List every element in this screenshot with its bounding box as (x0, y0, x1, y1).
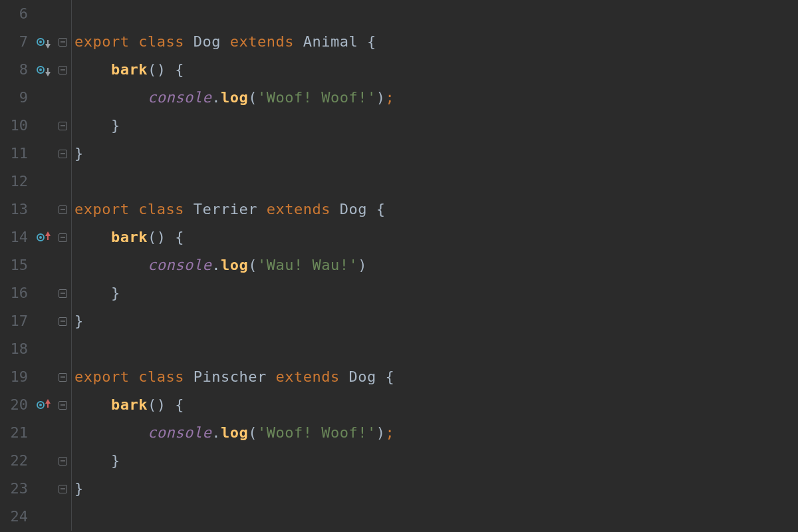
code-editor[interactable]: 67export class Dog extends Animal {8 bar… (0, 0, 798, 532)
line-number[interactable]: 10 (0, 112, 32, 140)
line-number[interactable]: 8 (0, 56, 32, 84)
fold-toggle-icon[interactable] (59, 233, 67, 242)
gutter-icon-slot (32, 196, 55, 223)
token-plain (74, 447, 111, 475)
fold-toggle-icon[interactable] (59, 373, 67, 382)
code-content[interactable]: } (72, 307, 84, 335)
code-line[interactable]: 10 } (0, 112, 798, 140)
fold-gutter[interactable] (55, 307, 72, 335)
code-content[interactable]: bark() { (72, 223, 184, 251)
code-content[interactable]: export class Dog extends Animal { (72, 28, 376, 56)
token-punct: ( (248, 419, 257, 447)
line-number[interactable]: 16 (0, 279, 32, 307)
code-line[interactable]: 14 bark() { (0, 223, 798, 251)
token-obj: console (148, 419, 211, 447)
code-line[interactable]: 22 } (0, 447, 798, 475)
line-number[interactable]: 12 (0, 168, 32, 196)
token-fn: bark (111, 56, 148, 84)
line-number[interactable]: 9 (0, 84, 32, 112)
fold-toggle-icon[interactable] (59, 150, 67, 158)
token-kw: extends (267, 196, 340, 223)
fold-gutter[interactable] (55, 140, 72, 168)
code-content[interactable]: export class Pinscher extends Dog { (72, 363, 394, 391)
line-number[interactable]: 18 (0, 335, 32, 363)
gutter-icon-slot (32, 307, 55, 335)
code-content[interactable]: } (72, 279, 120, 307)
line-number[interactable]: 22 (0, 447, 32, 475)
token-punct: ) (358, 251, 367, 279)
line-number[interactable]: 14 (0, 223, 32, 251)
fold-gutter[interactable] (55, 196, 72, 223)
fold-gutter[interactable] (55, 112, 72, 140)
code-line[interactable]: 6 (0, 0, 798, 28)
fold-gutter (55, 84, 72, 112)
line-number[interactable]: 15 (0, 251, 32, 279)
code-line[interactable]: 8 bark() { (0, 56, 798, 84)
line-number[interactable]: 21 (0, 419, 32, 447)
line-number[interactable]: 13 (0, 196, 32, 223)
code-content[interactable]: } (72, 140, 84, 168)
fold-gutter[interactable] (55, 391, 72, 419)
code-content[interactable]: } (72, 447, 120, 475)
fold-gutter (55, 168, 72, 196)
line-number[interactable]: 24 (0, 503, 32, 531)
line-number[interactable]: 20 (0, 391, 32, 419)
code-line[interactable]: 13export class Terrier extends Dog { (0, 196, 798, 223)
line-number[interactable]: 17 (0, 307, 32, 335)
code-line[interactable]: 24 (0, 503, 798, 531)
code-line[interactable]: 23} (0, 475, 798, 503)
fold-toggle-icon[interactable] (59, 457, 67, 466)
overrides-icon[interactable] (37, 401, 51, 409)
code-content[interactable]: } (72, 112, 120, 140)
token-kw: export (74, 363, 138, 391)
token-plain (74, 419, 148, 447)
token-brace: { (367, 28, 376, 56)
fold-gutter[interactable] (55, 447, 72, 475)
line-number[interactable]: 6 (0, 0, 32, 28)
line-number[interactable]: 11 (0, 140, 32, 168)
code-line[interactable]: 12 (0, 168, 798, 196)
fold-toggle-icon[interactable] (59, 289, 67, 298)
code-content[interactable]: console.log('Wau! Wau!') (72, 251, 367, 279)
code-line[interactable]: 16 } (0, 279, 798, 307)
code-line[interactable]: 15 console.log('Wau! Wau!') (0, 251, 798, 279)
code-line[interactable]: 20 bark() { (0, 391, 798, 419)
token-obj: console (148, 84, 211, 112)
code-line[interactable]: 17} (0, 307, 798, 335)
code-content[interactable]: console.log('Woof! Woof!'); (72, 84, 394, 112)
fold-gutter (55, 419, 72, 447)
code-content[interactable]: bark() { (72, 56, 184, 84)
code-line[interactable]: 19export class Pinscher extends Dog { (0, 363, 798, 391)
fold-toggle-icon[interactable] (59, 205, 67, 214)
is-overridden-icon[interactable] (37, 38, 51, 46)
line-number[interactable]: 7 (0, 28, 32, 56)
code-line[interactable]: 7export class Dog extends Animal { (0, 28, 798, 56)
code-content[interactable]: bark() { (72, 391, 184, 419)
fold-gutter[interactable] (55, 28, 72, 56)
fold-gutter[interactable] (55, 56, 72, 84)
is-overridden-icon[interactable] (37, 66, 51, 74)
code-line[interactable]: 9 console.log('Woof! Woof!'); (0, 84, 798, 112)
overrides-icon[interactable] (37, 233, 51, 241)
code-line[interactable]: 18 (0, 335, 798, 363)
code-line[interactable]: 21 console.log('Woof! Woof!'); (0, 419, 798, 447)
token-fn: log (221, 84, 248, 112)
line-number[interactable]: 19 (0, 363, 32, 391)
fold-toggle-icon[interactable] (59, 485, 67, 493)
fold-toggle-icon[interactable] (59, 401, 67, 410)
fold-toggle-icon[interactable] (59, 38, 67, 47)
code-content[interactable]: console.log('Woof! Woof!'); (72, 419, 394, 447)
fold-gutter[interactable] (55, 279, 72, 307)
fold-toggle-icon[interactable] (59, 317, 67, 326)
code-content[interactable]: export class Terrier extends Dog { (72, 196, 385, 223)
fold-gutter[interactable] (55, 475, 72, 503)
fold-toggle-icon[interactable] (59, 66, 67, 74)
token-brace: } (111, 279, 120, 307)
fold-gutter[interactable] (55, 223, 72, 251)
code-line[interactable]: 11} (0, 140, 798, 168)
token-punct: ) (376, 419, 386, 447)
fold-gutter[interactable] (55, 363, 72, 391)
fold-toggle-icon[interactable] (59, 122, 67, 130)
line-number[interactable]: 23 (0, 475, 32, 503)
code-content[interactable]: } (72, 475, 84, 503)
